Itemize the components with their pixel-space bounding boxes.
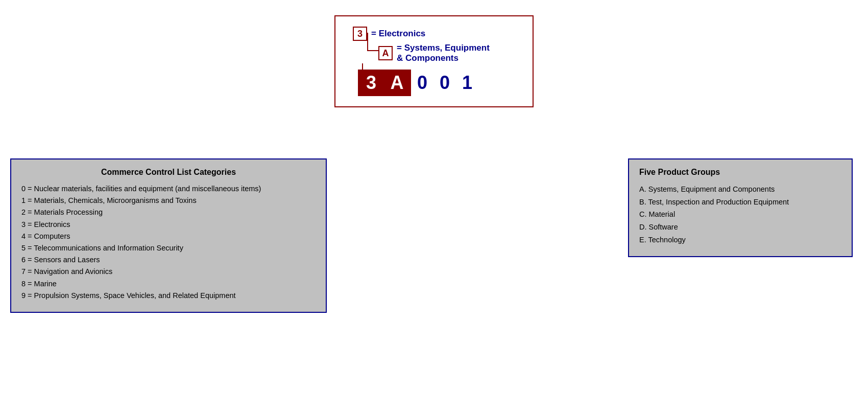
fpg-item-e: E. Technology [639,234,841,246]
ccl-item-2: 2 = Materials Processing [21,207,316,218]
code-3-box: 3 [353,27,367,41]
ccl-item-9: 9 = Propulsion Systems, Space Vehicles, … [21,290,316,302]
ccl-item-4: 4 = Computers [21,231,316,242]
electronics-label: = Electronics [371,29,425,39]
fpg-item-a: A. Systems, Equipment and Components [639,183,841,196]
fpg-box: Five Product Groups A. Systems, Equipmen… [628,158,853,257]
ccl-item-8: 8 = Marine [21,278,316,290]
fpg-item-b: B. Test, Inspection and Production Equip… [639,196,841,209]
systems-label-line1: = Systems, Equipment [397,43,490,53]
ccl-item-6: 6 = Sensors and Lasers [21,254,316,266]
ccl-title: Commerce Control List Categories [21,168,316,177]
fpg-items-list: A. Systems, Equipment and Components B. … [639,183,841,246]
ccl-item-5: 5 = Telecommunications and Information S… [21,242,316,254]
fpg-title: Five Product Groups [639,168,841,177]
systems-label-block: = Systems, Equipment & Components [397,43,490,63]
fpg-item-c: C. Material [639,208,841,221]
ccl-item-0: 0 = Nuclear materials, facilities and eq… [21,183,316,195]
ccl-item-3: 3 = Electronics [21,219,316,231]
big-code-row: 3 A 0 0 1 [358,70,520,96]
diagram-box: 3 = Electronics A = Systems, Equipment &… [334,15,534,107]
systems-label-line2: & Components [397,53,459,63]
tree-diagram: 3 = Electronics A = Systems, Equipment &… [348,27,520,96]
big-code-0a: 0 [411,70,433,96]
big-code-0b: 0 [433,70,456,96]
fpg-item-d: D. Software [639,221,841,234]
ccl-item-7: 7 = Navigation and Avionics [21,266,316,278]
big-code-3: 3 [358,70,384,96]
diagram-row2: A = Systems, Equipment & Components [378,43,520,63]
ccl-box: Commerce Control List Categories 0 = Nuc… [10,158,327,313]
big-code-a: A [384,70,411,96]
code-a-box: A [378,46,393,60]
diagram-row1: 3 = Electronics [353,27,520,41]
ccl-items-list: 0 = Nuclear materials, facilities and eq… [21,183,316,302]
ccl-item-1: 1 = Materials, Chemicals, Microorganisms… [21,195,316,207]
big-code-1: 1 [456,70,478,96]
